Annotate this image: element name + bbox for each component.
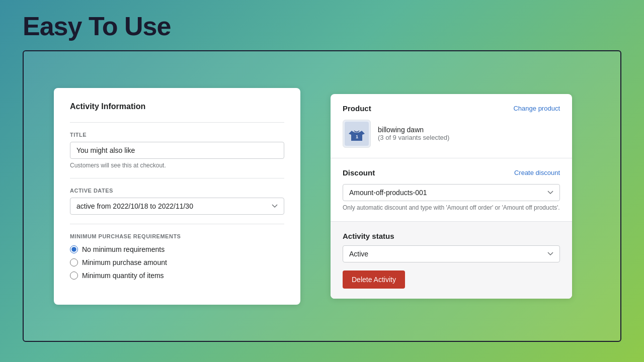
radio-no-min-label: No minimum requirements — [82, 245, 165, 253]
activity-status-section: Activity status Active Inactive Delete A… — [331, 222, 572, 299]
radio-no-min-input[interactable] — [70, 245, 78, 253]
main-container: Activity Information Title Customers wil… — [23, 50, 621, 342]
product-image: 1 — [343, 120, 371, 148]
activity-info-title: Activity Information — [70, 102, 284, 111]
change-product-button[interactable]: Change product — [513, 105, 560, 112]
radio-group: No minimum requirements Minimum purchase… — [70, 245, 284, 280]
minimum-requirements-section: Minimum Purchase Requirements No minimum… — [70, 224, 284, 280]
title-helper-text: Customers will see this at checkout. — [70, 162, 284, 169]
radio-min-amount-label: Minimum purchase amount — [82, 258, 167, 266]
activity-information-card: Activity Information Title Customers wil… — [54, 88, 300, 305]
discount-select[interactable]: Amount-off-products-001 — [343, 184, 560, 201]
radio-min-qty[interactable]: Minimum quantity of items — [70, 272, 284, 280]
delete-activity-button[interactable]: Delete Activity — [343, 270, 405, 289]
minimum-requirements-label: Minimum Purchase Requirements — [70, 233, 284, 239]
product-variants: (3 of 9 variants selected) — [378, 134, 449, 141]
radio-no-min[interactable]: No minimum requirements — [70, 245, 284, 253]
discount-note: Only automatic discount and type with 'A… — [343, 204, 560, 211]
title-section: Title Customers will see this at checkou… — [70, 122, 284, 169]
active-dates-label: Active Dates — [70, 188, 284, 194]
page-title: Easy To Use — [0, 0, 644, 50]
product-section-header: Product Change product — [343, 104, 560, 113]
create-discount-button[interactable]: Create discount — [514, 169, 560, 176]
product-info: billowing dawn (3 of 9 variants selected… — [378, 126, 449, 141]
discount-section-title: Discount — [343, 168, 375, 177]
product-section-title: Product — [343, 104, 371, 113]
radio-min-qty-input[interactable] — [70, 272, 78, 280]
active-dates-section: Active Dates active from 2022/10/18 to 2… — [70, 178, 284, 215]
activity-status-title: Activity status — [343, 232, 560, 240]
discount-section: Discount Create discount Amount-off-prod… — [331, 158, 572, 222]
activity-status-select[interactable]: Active Inactive — [343, 245, 560, 262]
title-label: Title — [70, 132, 284, 138]
radio-min-amount[interactable]: Minimum purchase amount — [70, 258, 284, 266]
active-dates-select[interactable]: active from 2022/10/18 to 2022/11/30 — [70, 198, 284, 215]
product-row: 1 billowing dawn (3 of 9 variants select… — [343, 120, 560, 148]
radio-min-amount-input[interactable] — [70, 258, 78, 266]
product-name: billowing dawn — [378, 126, 449, 134]
product-section: Product Change product 1 — [331, 94, 572, 158]
title-input[interactable] — [70, 142, 284, 159]
svg-text:1: 1 — [356, 134, 358, 139]
right-card: Product Change product 1 — [331, 94, 572, 299]
radio-min-qty-label: Minimum quantity of items — [82, 272, 164, 280]
discount-section-header: Discount Create discount — [343, 168, 560, 177]
discount-select-wrap: Amount-off-products-001 — [343, 184, 560, 201]
